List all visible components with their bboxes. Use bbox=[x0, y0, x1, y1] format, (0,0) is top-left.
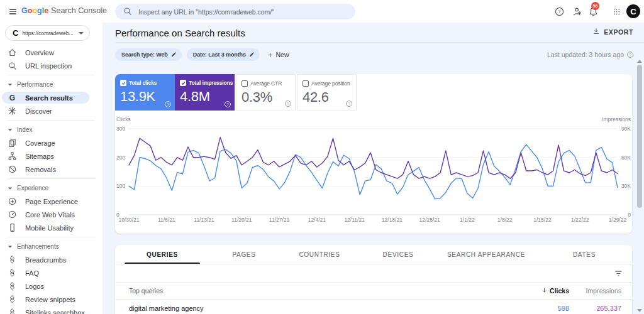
checkbox-unchecked[interactable] bbox=[303, 80, 309, 87]
metric-card-average-ctr[interactable]: Average CTR0.3%? bbox=[236, 74, 296, 111]
enhancement-icon bbox=[8, 308, 17, 314]
apps-grid-icon[interactable] bbox=[609, 4, 623, 18]
section-collapse-icon bbox=[8, 84, 12, 85]
metric-card-total-impressions[interactable]: Total impressions4.8M? bbox=[175, 74, 235, 111]
svg-text:?: ? bbox=[558, 9, 561, 14]
sidebar-item-sitemaps[interactable]: Sitemaps bbox=[0, 149, 103, 163]
tab-search-appearance[interactable]: SEARCH APPEARANCE bbox=[436, 245, 536, 264]
filter-icon[interactable] bbox=[614, 269, 623, 281]
url-inspection-search-input[interactable]: Inspect any URL in "https://comradeweb.c… bbox=[115, 4, 355, 19]
scroll-up-arrow[interactable] bbox=[637, 60, 642, 63]
metric-card-average-position[interactable]: Average position42.6? bbox=[297, 74, 357, 111]
tab-pages[interactable]: PAGES bbox=[209, 245, 279, 264]
svg-text:1/22/22: 1/22/22 bbox=[571, 217, 589, 223]
google-logo: Google bbox=[21, 6, 48, 15]
svg-text:1/1/22: 1/1/22 bbox=[460, 217, 475, 223]
sidebar-item-faq[interactable]: FAQ bbox=[0, 266, 103, 279]
sidebar-item-breadcrumbs[interactable]: Breadcrumbs bbox=[0, 253, 103, 266]
metric-help-icon[interactable]: ? bbox=[346, 100, 352, 107]
sidebar-item-mobile-usability[interactable]: Mobile Usability bbox=[0, 221, 103, 234]
mobile-icon bbox=[8, 223, 17, 232]
svg-text:12/25/21: 12/25/21 bbox=[419, 217, 440, 223]
metric-help-icon[interactable]: ? bbox=[285, 100, 291, 107]
svg-text:90K: 90K bbox=[621, 126, 631, 132]
sidebar-item-core-web-vitals[interactable]: Core Web Vitals bbox=[0, 208, 103, 221]
column-top-queries[interactable]: Top queries bbox=[129, 287, 163, 295]
sidebar-item-sitelinks-searchbox[interactable]: Sitelinks searchbox bbox=[0, 306, 103, 314]
discover-icon bbox=[8, 106, 17, 116]
svg-text:60K: 60K bbox=[621, 154, 631, 161]
tab-devices[interactable]: DEVICES bbox=[360, 245, 436, 264]
sidebar-section-index[interactable]: Index bbox=[0, 123, 103, 136]
checkbox-checked[interactable] bbox=[180, 80, 186, 86]
coverage-icon bbox=[8, 138, 17, 148]
sidebar-item-url-inspection[interactable]: URL inspection bbox=[0, 59, 103, 72]
vertical-scrollbar[interactable] bbox=[635, 60, 644, 314]
sidebar-item-search-results[interactable]: GSearch results bbox=[0, 91, 103, 104]
sidebar-divider bbox=[8, 75, 95, 75]
sidebar-item-page-experience[interactable]: Page Experience bbox=[0, 195, 103, 208]
title-row: Performance on Search results EXPORT bbox=[103, 23, 644, 43]
svg-text:11/27/21: 11/27/21 bbox=[269, 217, 290, 223]
svg-text:1/15/22: 1/15/22 bbox=[533, 217, 552, 223]
avatar[interactable]: C bbox=[626, 4, 640, 18]
performance-line-chart[interactable]: 30090K20060K10030K00ClicksImpressions10/… bbox=[115, 114, 632, 231]
sidebar: C https://comradeweb... OverviewURL insp… bbox=[0, 23, 103, 314]
filter-chip-1[interactable]: Date: Last 3 months bbox=[187, 48, 260, 61]
sidebar-item-logos[interactable]: Logos bbox=[0, 279, 103, 293]
edit-pencil-icon bbox=[249, 51, 255, 58]
menu-icon[interactable] bbox=[9, 8, 16, 16]
info-icon[interactable]: ? bbox=[627, 51, 633, 58]
account-settings-icon[interactable] bbox=[570, 4, 584, 18]
metric-help-icon[interactable]: ? bbox=[225, 101, 231, 107]
svg-text:Clicks: Clicks bbox=[116, 116, 131, 122]
download-icon bbox=[592, 28, 600, 36]
metric-card-total-clicks[interactable]: Total clicks13.9K? bbox=[115, 74, 175, 111]
checkbox-unchecked[interactable] bbox=[242, 80, 248, 87]
checkbox-checked[interactable] bbox=[120, 80, 126, 86]
sidebar-item-coverage[interactable]: Coverage bbox=[0, 136, 103, 149]
removals-icon bbox=[8, 165, 17, 174]
scroll-down-arrow[interactable] bbox=[637, 309, 642, 312]
filter-chip-0[interactable]: Search type: Web bbox=[115, 48, 182, 61]
sidebar-section-enhancements[interactable]: Enhancements bbox=[0, 240, 103, 253]
svg-text:0: 0 bbox=[628, 212, 631, 218]
table-header: Top queries Clicks Impressions bbox=[115, 283, 632, 300]
enhancement-icon bbox=[8, 255, 17, 264]
chevron-down-icon bbox=[79, 32, 84, 35]
new-filter-button[interactable]: +New bbox=[268, 50, 289, 60]
svg-text:12/18/21: 12/18/21 bbox=[382, 217, 402, 223]
sidebar-item-overview[interactable]: Overview bbox=[0, 46, 103, 59]
sidebar-section-performance[interactable]: Performance bbox=[0, 78, 103, 91]
sidebar-item-discover[interactable]: Discover bbox=[0, 104, 103, 117]
scrollbar-thumb[interactable] bbox=[637, 65, 642, 208]
sidebar-item-removals[interactable]: Removals bbox=[0, 163, 103, 176]
search-icon bbox=[8, 61, 17, 70]
sidebar-item-review-snippets[interactable]: Review snippets bbox=[0, 293, 103, 306]
tab-countries[interactable]: COUNTRIES bbox=[279, 245, 360, 264]
help-icon[interactable]: ? bbox=[552, 4, 566, 18]
queries-table-card: QUERIESPAGESCOUNTRIESDEVICESSEARCH APPEA… bbox=[115, 245, 632, 314]
property-selector[interactable]: C https://comradeweb... bbox=[5, 25, 90, 41]
enhancement-icon bbox=[8, 268, 17, 278]
column-impressions[interactable]: Impressions bbox=[586, 287, 621, 295]
page-title: Performance on Search results bbox=[115, 28, 245, 38]
notifications-bell-icon[interactable]: 56 bbox=[586, 4, 600, 18]
metric-help-icon[interactable]: ? bbox=[165, 101, 171, 107]
page-experience-icon bbox=[8, 197, 17, 206]
tab-queries[interactable]: QUERIES bbox=[115, 245, 209, 264]
tab-dates[interactable]: DATES bbox=[536, 245, 632, 264]
sort-down-icon bbox=[541, 287, 548, 295]
enhancement-icon bbox=[8, 295, 17, 304]
last-updated: Last updated: 3 hours ago ? bbox=[547, 51, 633, 58]
export-button[interactable]: EXPORT bbox=[592, 28, 633, 36]
enhancement-icon bbox=[8, 281, 17, 291]
column-clicks[interactable]: Clicks bbox=[541, 287, 569, 295]
table-row[interactable]: digital marketing agency598265,337 bbox=[115, 300, 632, 314]
svg-text:12/4/21: 12/4/21 bbox=[308, 217, 326, 223]
query-cell[interactable]: digital marketing agency bbox=[129, 305, 204, 312]
property-logo: C bbox=[13, 28, 18, 38]
main-content: Performance on Search results EXPORT Sea… bbox=[103, 23, 644, 314]
app-logo[interactable]: Google Search Console bbox=[21, 6, 107, 15]
sidebar-section-experience[interactable]: Experience bbox=[0, 181, 103, 195]
